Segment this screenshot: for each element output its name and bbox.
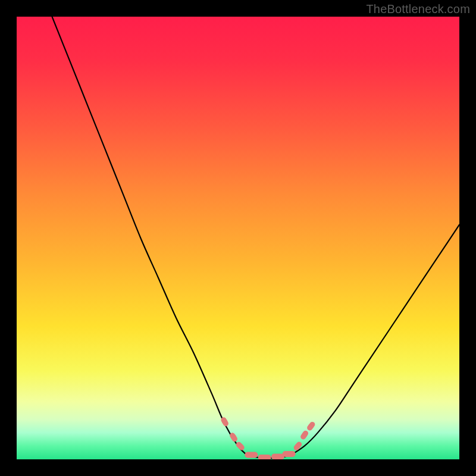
outer-frame: TheBottleneck.com	[0, 0, 476, 476]
chart-svg	[17, 17, 459, 459]
attribution-text: TheBottleneck.com	[366, 2, 470, 16]
valley-marker	[245, 452, 258, 458]
valley-marker	[258, 455, 271, 459]
slope-marker-dot	[308, 424, 314, 429]
slope-marker-dot	[231, 434, 236, 440]
slope-marker-dot	[302, 433, 307, 438]
slope-marker-dot	[237, 443, 243, 449]
slope-marker-dot	[222, 419, 227, 424]
valley-marker	[283, 451, 296, 457]
gradient-background	[17, 17, 459, 459]
plot-area	[17, 17, 459, 459]
slope-marker-dot	[295, 443, 300, 449]
